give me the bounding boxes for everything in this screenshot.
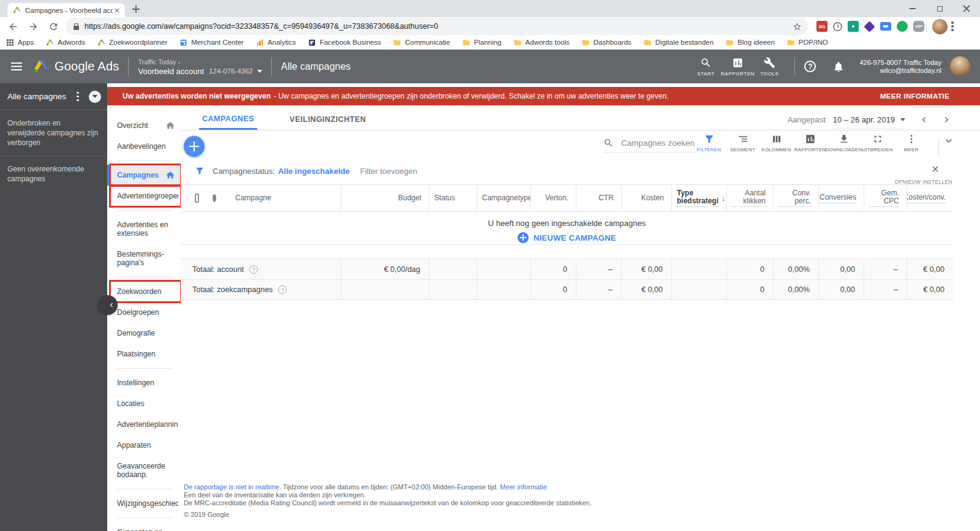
new-tab-button[interactable] xyxy=(131,4,141,14)
column-header-campagnetype[interactable]: Campagnetype xyxy=(477,185,530,211)
more-info-link[interactable]: Meer informatie xyxy=(500,483,546,491)
browser-profile-avatar[interactable] xyxy=(932,19,948,34)
adblock-extension-icon[interactable]: ABP xyxy=(913,21,924,32)
bookmark-communicatie[interactable]: Communicatie xyxy=(393,39,450,47)
filter-status-value[interactable]: Alle ingeschakelde xyxy=(278,167,350,176)
nav-item-bestemmings-pagina-s[interactable]: Bestemmings-pagina's xyxy=(107,244,181,273)
tools-button[interactable]: TOOLS xyxy=(753,57,785,77)
panel-collapse-icon[interactable] xyxy=(89,91,101,103)
card-extension-icon[interactable] xyxy=(880,22,891,31)
nav-item-demografie[interactable]: Demografie xyxy=(107,323,181,344)
nav-item-wijzigingsgeschieden[interactable]: Wijzigingsgeschieden xyxy=(107,493,181,514)
rapporten-button[interactable]: RAPPORTEN xyxy=(793,134,827,153)
window-close-icon[interactable] xyxy=(953,0,980,17)
bookmark-pop-ino[interactable]: POP/INO xyxy=(787,39,828,47)
bookmark-adwords-tools[interactable]: Adwords tools xyxy=(514,39,570,47)
meer-button[interactable]: MEER xyxy=(894,134,928,153)
status-dot-icon[interactable] xyxy=(213,194,216,202)
redirect-301-extension-icon[interactable]: 301 xyxy=(816,21,827,32)
history-extension-icon[interactable] xyxy=(833,22,842,31)
column-header-kosten[interactable]: Kosten xyxy=(621,185,671,211)
bookmark-facebook-business[interactable]: Facebook Business xyxy=(308,39,381,47)
nav-item-campagnes[interactable]: Campagnes xyxy=(107,165,181,186)
forward-icon[interactable] xyxy=(26,19,40,34)
column-header-conv-perc[interactable]: Conv. perc. xyxy=(773,185,818,211)
column-header-conversies[interactable]: Conversies xyxy=(818,185,864,211)
previous-period-icon[interactable] xyxy=(919,115,929,125)
bookmark-planning[interactable]: Planning xyxy=(462,39,502,47)
column-header-gem-cpc[interactable]: Gem. CPC xyxy=(864,185,907,211)
close-filter-icon[interactable] xyxy=(930,164,941,175)
bookmark-digitale-bestanden[interactable]: Digitale bestanden xyxy=(644,39,714,47)
filteren-button[interactable]: FILTEREN xyxy=(692,134,726,153)
nav-item-aanbevelingen[interactable]: Aanbevelingen xyxy=(107,136,181,157)
alert-action-link[interactable]: MEER INFORMATIE xyxy=(880,92,949,100)
nav-item-advertenties-en-extensies[interactable]: Advertenties en extensies xyxy=(107,214,181,244)
column-header-aantal-klikken[interactable]: Aantal klikken xyxy=(726,185,773,211)
nav-item-overzicht[interactable]: Overzicht xyxy=(107,115,181,136)
bookmark-dashboards[interactable]: Dashboards xyxy=(582,39,631,47)
downloaden-button[interactable]: DOWNLOADEN xyxy=(827,134,861,153)
https-lock-icon[interactable] xyxy=(74,26,79,30)
campaign-search[interactable] xyxy=(603,138,698,153)
nav-item-plaatsingen[interactable]: Plaatsingen xyxy=(107,344,181,364)
tag-extension-icon[interactable] xyxy=(848,21,859,32)
tab-close-icon[interactable] xyxy=(113,6,121,15)
column-header-budget[interactable]: Budget xyxy=(341,185,429,211)
apps-shortcut[interactable]: Apps xyxy=(6,39,34,47)
window-maximize-icon[interactable] xyxy=(926,0,953,17)
bookmark-star-icon[interactable] xyxy=(793,22,802,31)
nav-item-instellingen[interactable]: Instellingen xyxy=(107,372,181,393)
next-period-icon[interactable] xyxy=(941,115,952,125)
nav-item-concepten-en[interactable]: Concepten en xyxy=(107,522,181,531)
chat-extension-icon[interactable] xyxy=(897,21,908,32)
add-filter-link[interactable]: Filter toevoegen xyxy=(360,167,417,176)
segment-button[interactable]: SEGMENT xyxy=(726,134,760,153)
toolbox-extension-icon[interactable] xyxy=(864,21,875,32)
notifications-bell-icon[interactable] xyxy=(832,61,845,73)
bookmark-merchant-center[interactable]: Merchant Center xyxy=(179,39,244,47)
bookmark-analytics[interactable]: Analytics xyxy=(256,39,296,47)
tab-campagnes[interactable]: CAMPAGNES xyxy=(199,109,257,130)
date-range-dropdown[interactable]: 10 – 26 apr. 2019 xyxy=(832,111,907,129)
column-header-verton[interactable]: Verton. xyxy=(530,185,576,211)
realtime-note-link[interactable]: De rapportage is niet in realtime. xyxy=(184,483,281,491)
user-avatar[interactable] xyxy=(950,56,970,77)
column-header-campagne[interactable]: Campagne xyxy=(224,185,341,211)
panel-menu-icon[interactable] xyxy=(77,92,79,102)
help-icon[interactable]: ? xyxy=(249,265,258,274)
sidebar-collapse-handle[interactable] xyxy=(98,295,118,315)
nav-item-zoekwoorden[interactable]: Zoekwoorden xyxy=(107,281,181,302)
rapporten-button[interactable]: RAPPORTEN xyxy=(722,57,753,77)
nav-item-advertentieplanning[interactable]: Advertentieplanning xyxy=(107,414,181,435)
help-icon[interactable]: ? xyxy=(804,61,816,72)
nav-item-doelgroepen[interactable]: Doelgroepen xyxy=(107,302,181,323)
column-header-type-biedstrategi[interactable]: Type biedstrategi↓ xyxy=(671,185,726,211)
url-bar[interactable]: https://ads.google.com/aw/campaigns?ocid… xyxy=(66,18,808,35)
add-campaign-fab[interactable] xyxy=(184,136,205,157)
collapse-toolbar-icon[interactable] xyxy=(943,135,955,147)
column-header-kosten-conv[interactable]: Kosten/conv. xyxy=(907,185,953,211)
browser-tab[interactable]: Campagnes - Voorbeeld account xyxy=(7,3,125,17)
uitbreiden-button[interactable]: UITBREIDEN xyxy=(861,134,894,153)
bookmark-adwords[interactable]: Adwords xyxy=(46,39,85,47)
column-header-ctr[interactable]: CTR xyxy=(576,185,621,211)
bookmark-blog-ideeen[interactable]: Blog ideeen xyxy=(726,39,775,47)
nav-item-locaties[interactable]: Locaties xyxy=(107,393,181,414)
kolommen-button[interactable]: KOLOMMEN xyxy=(760,134,793,153)
nav-item-advertentiegroepen[interactable]: Advertentiegroepen xyxy=(107,186,181,206)
nav-item-apparaten[interactable]: Apparaten xyxy=(107,435,181,456)
hamburger-menu-icon[interactable] xyxy=(11,62,22,70)
reload-icon[interactable] xyxy=(46,19,61,34)
search-input[interactable] xyxy=(620,138,696,148)
bookmark-zoekwoordplanner[interactable]: Zoekwoordplanner xyxy=(97,39,167,47)
new-campaign-button[interactable]: NIEUWE CAMPAGNE xyxy=(518,232,616,243)
back-icon[interactable] xyxy=(6,19,20,34)
nav-item-geavanceerde-bodaanp[interactable]: Geavanceerde bodaanp. xyxy=(107,456,181,485)
select-all-checkbox[interactable] xyxy=(195,194,199,203)
start-search-button[interactable]: START xyxy=(690,57,722,77)
tab-veilinginzichten[interactable]: VEILINGINZICHTEN xyxy=(287,109,369,130)
window-minimize-icon[interactable] xyxy=(899,0,926,17)
help-icon[interactable]: ? xyxy=(278,285,287,294)
account-selector[interactable]: Traffic Today › Voorbeeld account 124-07… xyxy=(138,58,262,75)
